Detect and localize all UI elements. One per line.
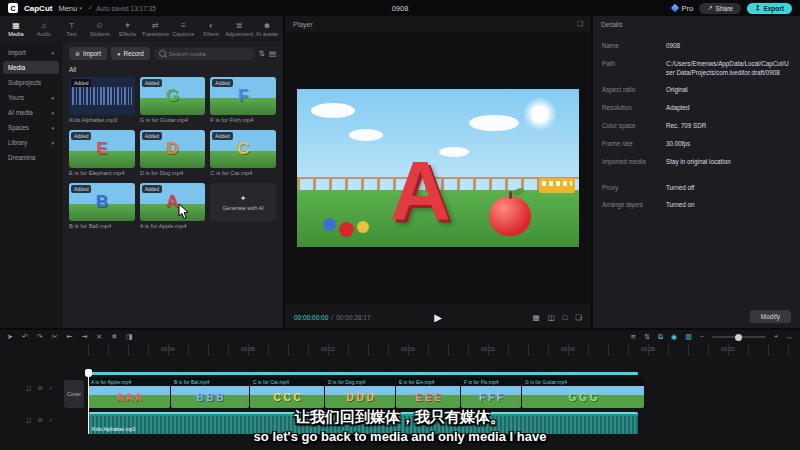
mute-track-icon[interactable]: ♪ — [49, 416, 52, 424]
lock-track-icon[interactable]: ⊘ — [37, 416, 42, 424]
video-track-controls[interactable]: ◻⊘♪ — [26, 384, 52, 392]
caption-track-collapsed[interactable] — [88, 372, 638, 375]
fullscreen-icon[interactable]: ❏ — [575, 313, 582, 322]
cover-button[interactable]: Cover — [64, 380, 84, 408]
playhead[interactable] — [88, 370, 89, 434]
share-button[interactable]: ↗ Share — [699, 3, 741, 14]
delete-right-icon[interactable]: ⇥ — [81, 330, 87, 344]
sidebar-item-dreamina[interactable]: Dreamina — [3, 151, 59, 164]
clip-thumbnails: G G G — [522, 386, 644, 408]
player-expand-icon[interactable]: ❏ — [577, 20, 583, 28]
ribbon-tab-adjustment[interactable]: ≣Adjustment — [225, 21, 253, 37]
ribbon-tab-label: Stickers — [90, 31, 110, 37]
detail-label: Imported media — [602, 158, 666, 167]
media-item[interactable]: EAddedE is for Elephant.mp4 — [69, 130, 135, 176]
video-preview[interactable]: A — [297, 89, 579, 247]
detail-label: Color space — [602, 122, 666, 131]
autosave-text: Auto saved 13:17:35 — [96, 5, 156, 12]
capture-icon[interactable]: ◫ — [548, 313, 555, 322]
hide-track-icon[interactable]: ◻ — [26, 416, 31, 424]
filter-icon[interactable]: ▤ — [269, 49, 276, 58]
timeline-clip[interactable]: A is for Apple.mp4A A A — [88, 378, 170, 408]
redo-icon[interactable]: ↷ — [37, 330, 43, 344]
audio-track-controls[interactable]: ◻⊘♪ — [26, 416, 52, 424]
sidebar-item-spaces[interactable]: Spaces▾ — [3, 121, 59, 134]
timeline-clip[interactable]: D is for Dog.mp4D D D — [325, 378, 395, 408]
search-input[interactable]: Search media — [154, 48, 255, 60]
delete-icon[interactable]: ✕ — [96, 330, 102, 344]
select-tool-icon[interactable]: ➤ — [7, 330, 13, 344]
timeline-clip[interactable]: B is for Bal.mp4B B B — [171, 378, 249, 408]
timeline-clip[interactable]: C is for Cat.mp4C C C — [250, 378, 324, 408]
ribbon-tab-media[interactable]: ▦Media — [2, 21, 30, 37]
timeline-clip[interactable]: E is for Ele.mp4E E E — [396, 378, 460, 408]
sidebar-item-import[interactable]: Import▾ — [3, 46, 59, 59]
float-icon[interactable]: □ — [563, 313, 568, 322]
ball-graphic — [323, 218, 336, 231]
zoom-in-icon[interactable]: + — [774, 330, 778, 344]
ribbon-tab-transitions[interactable]: ⇄Transitions — [141, 21, 169, 37]
split-icon[interactable]: ✂ — [52, 330, 58, 344]
play-button[interactable]: ▶ — [434, 312, 442, 323]
timeline-toolbar: ➤↶↷✂⇤⇥✕❄◨ ≋⇅⧉◉▥ − + ↔ — [0, 330, 800, 344]
media-item[interactable]: AAddedA is for Apple.mp4 — [140, 183, 206, 229]
lock-track-icon[interactable]: ⊘ — [37, 384, 42, 392]
linking-icon[interactable]: ⧉ — [658, 330, 663, 344]
undo-icon[interactable]: ↶ — [22, 330, 28, 344]
fit-timeline-icon[interactable]: ↔ — [786, 330, 793, 344]
sidebar-item-subprojects[interactable]: Subprojects — [3, 76, 59, 89]
freeze-frame-icon[interactable]: ❄ — [111, 330, 117, 344]
export-button[interactable]: ↥ Export — [747, 3, 792, 14]
top-bar: C CapCut Menu ▾ ✓ Auto saved 13:17:35 09… — [0, 0, 800, 16]
ribbon-tab-effects[interactable]: ✦Effects — [114, 21, 142, 37]
timeline-clip[interactable]: G is for Guitar.mp4G G G — [522, 378, 644, 408]
generate-with-ai-button[interactable]: ✦Generate with AI — [210, 183, 276, 229]
media-item[interactable]: BAddedB is for Ball.mp4 — [69, 183, 135, 229]
ribbon-tab-audio[interactable]: ♫Audio — [30, 21, 58, 37]
media-item[interactable]: FAddedF is for Fish.mp4 — [210, 77, 276, 123]
media-item[interactable]: AddedKids Alphabet.mp3 — [69, 77, 135, 123]
chevron-down-icon: ▾ — [79, 5, 82, 11]
mainline-magnet-icon[interactable]: ▥ — [685, 330, 692, 344]
timeline-ruler[interactable]: 00:0400:0800:1200:1600:2000:2400:2800:32 — [88, 344, 796, 356]
audio-wave-icon[interactable]: ≋ — [630, 330, 636, 344]
ribbon-tab-stickers[interactable]: ☺Stickers — [86, 21, 114, 37]
menu-button[interactable]: Menu ▾ — [58, 4, 81, 13]
ribbon-tab-filters[interactable]: ◐Filters — [197, 21, 225, 37]
delete-left-icon[interactable]: ⇤ — [67, 330, 73, 344]
sort-icon[interactable]: ⇅ — [259, 49, 265, 58]
hide-track-icon[interactable]: ◻ — [26, 384, 31, 392]
auto-ripple-icon[interactable]: ◉ — [671, 330, 677, 344]
timeline-body: ◻⊘♪ ◻⊘♪ Cover A is for Apple.mp4A A AB i… — [0, 356, 800, 450]
ratio-icon[interactable]: ▦ — [533, 313, 540, 322]
sidebar-item-yours[interactable]: Yours▾ — [3, 91, 59, 104]
zoom-slider[interactable] — [712, 336, 766, 338]
media-item[interactable]: DAddedD is for Dog.mp4 — [140, 130, 206, 176]
preview-axis-icon[interactable]: ⇅ — [644, 330, 650, 344]
ribbon-tab-text[interactable]: TText — [58, 21, 86, 37]
ribbon-tab-label: Media — [8, 31, 23, 37]
adjustment-icon: ≣ — [236, 21, 243, 30]
sidebar-item-library[interactable]: Library▾ — [3, 136, 59, 149]
import-button[interactable]: ⊕ Import — [69, 47, 107, 60]
details-section: Details Name0908PathC:/Users/Emenws/AppD… — [593, 16, 800, 330]
zoom-out-icon[interactable]: − — [700, 330, 704, 344]
record-button[interactable]: ● Record — [111, 47, 150, 60]
modify-button[interactable]: Modify — [750, 310, 791, 323]
sidebar-item-media[interactable]: Media — [3, 61, 59, 74]
zoom-slider-knob[interactable] — [735, 334, 742, 341]
media-thumbnail: Added — [69, 77, 135, 115]
ribbon-tab-captions[interactable]: ≡Captions — [169, 21, 197, 37]
media-item[interactable]: CAddedC is for Cat.mp4 — [210, 130, 276, 176]
pro-badge[interactable]: Pro — [672, 4, 693, 13]
detail-row: ProxyTurned off — [602, 184, 791, 193]
timeline-clip[interactable]: F is for Fis.mp4F F F — [461, 378, 521, 408]
ribbon-tab-ai-avatar[interactable]: ☻AI avatar — [253, 21, 281, 37]
detail-row: Imported mediaStay in original location — [602, 158, 791, 167]
sidebar-item-ai-media[interactable]: AI media▾ — [3, 106, 59, 119]
audio-clip[interactable]: Kids Alphabet.mp3 — [88, 412, 638, 434]
media-item[interactable]: GAddedG is for Guitar.mp4 — [140, 77, 206, 123]
mask-icon[interactable]: ◨ — [126, 330, 133, 344]
detail-row: Name0908 — [602, 42, 791, 51]
mute-track-icon[interactable]: ♪ — [49, 384, 52, 392]
